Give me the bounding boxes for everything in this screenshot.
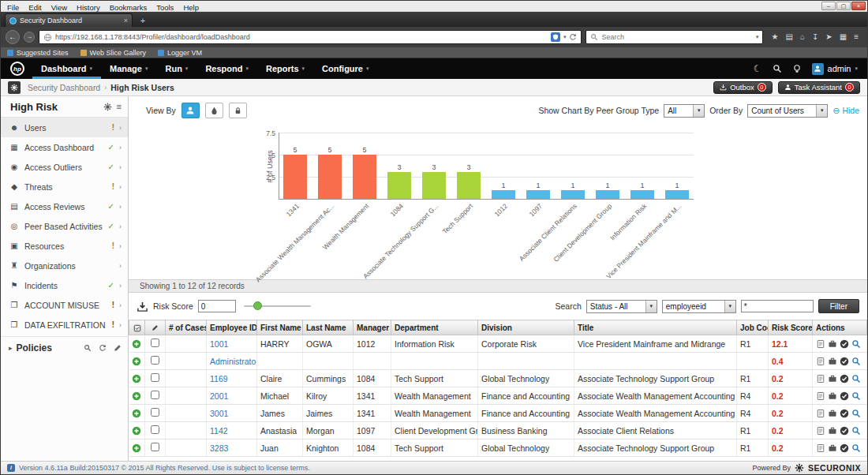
employee-id-link[interactable]: 3001 [207, 405, 257, 422]
hp-logo[interactable]: hp [10, 62, 24, 76]
employee-id-link[interactable]: 1169 [207, 370, 257, 387]
expand-row-plus-icon[interactable] [132, 443, 141, 453]
complete-check-icon[interactable] [840, 357, 849, 366]
row-checkbox[interactable] [151, 425, 159, 434]
row-checkbox[interactable] [151, 338, 159, 347]
investigate-search-icon[interactable] [851, 391, 861, 401]
bar-group[interactable]: 3 Associate Technology Support G... [422, 133, 446, 199]
view-by-users-button[interactable] [181, 103, 200, 118]
assign-case-icon[interactable] [828, 391, 837, 401]
addons-icon[interactable]: ▦ [840, 33, 847, 41]
sidebar-item[interactable]: ▤ Access Reviews ✓ › [1, 196, 128, 216]
case-file-icon[interactable] [816, 443, 825, 453]
sidebar-item[interactable]: ◉ Access Outliers ✓ › [1, 157, 128, 177]
bar-group[interactable]: 1 Client Development Group [596, 133, 619, 199]
extension-icon[interactable] [551, 32, 560, 42]
complete-check-icon[interactable] [840, 443, 849, 453]
home-icon[interactable]: ⌂ [800, 33, 805, 41]
employee-id-link[interactable]: 2001 [207, 387, 257, 405]
table-row[interactable]: 3001 James Jaimes 1341 Wealth Management… [129, 405, 867, 422]
tab-close-icon[interactable]: × [124, 17, 128, 24]
table-row[interactable]: Administrator 0.4 [129, 353, 867, 370]
case-file-icon[interactable] [816, 374, 825, 383]
bar-group[interactable]: 5 1341 [283, 133, 307, 199]
policies-refresh-icon[interactable] [99, 344, 107, 352]
expand-row-plus-icon[interactable] [132, 391, 141, 401]
sidebar-item[interactable]: ◆ Threats ! › [1, 177, 128, 196]
app-nav-item[interactable]: Run ▾ [156, 58, 196, 79]
menu-hamburger-icon[interactable]: ≡ [854, 33, 859, 41]
search-field-select[interactable]: employeeid ▾ [662, 300, 736, 313]
sidebar-item[interactable]: ◎ Peer Based Activities ✓ › [1, 216, 128, 236]
app-nav-item[interactable]: Manage ▾ [101, 58, 156, 79]
global-search-icon[interactable] [773, 64, 782, 73]
table-row[interactable]: 1001 HARRY OGWA 1012 Information Risk Co… [129, 335, 867, 353]
bar[interactable] [457, 172, 481, 199]
app-nav-item[interactable]: Respond ▾ [196, 58, 257, 79]
col-header-job-code[interactable]: Job Code [737, 320, 769, 335]
view-by-resources-button[interactable] [205, 103, 223, 118]
table-row[interactable]: 1142 Anastasia Morgan 1097 Client Develo… [129, 422, 867, 439]
app-nav-item[interactable]: Reports ▾ [257, 58, 313, 79]
theme-moon-icon[interactable]: ☾ [754, 64, 762, 73]
expand-row-plus-icon[interactable] [132, 374, 141, 383]
case-file-icon[interactable] [816, 357, 825, 366]
reload-icon[interactable] [569, 33, 577, 41]
maximize-button[interactable]: ▢ [836, 2, 851, 10]
bar-group[interactable]: 1 1012 [492, 133, 515, 199]
app-nav-item[interactable]: Configure ▾ [313, 58, 377, 79]
info-icon[interactable]: i [7, 464, 15, 472]
url-text[interactable]: https://192.168.1.178:8443/Profiler/dash… [55, 33, 548, 41]
bar-group[interactable]: 1 1097 [526, 133, 550, 199]
investigate-search-icon[interactable] [851, 339, 861, 349]
col-header-employee-id[interactable]: Employee ID [207, 320, 257, 335]
bar[interactable] [665, 190, 689, 199]
employee-id-link[interactable]: 1001 [207, 335, 257, 353]
risk-score-input[interactable] [198, 300, 236, 312]
breadcrumb-root[interactable]: Security Dashboard [28, 83, 100, 92]
bar[interactable] [353, 155, 376, 199]
url-bar[interactable]: https://192.168.1.178:8443/Profiler/dash… [39, 30, 582, 44]
row-checkbox[interactable] [151, 391, 159, 399]
bar[interactable] [387, 172, 411, 199]
col-header-department[interactable]: Department [391, 320, 478, 335]
browser-search-bar[interactable]: ▾ [586, 30, 763, 44]
bar-group[interactable]: 3 1084 [387, 133, 411, 199]
minimize-button[interactable]: – [821, 2, 836, 10]
complete-check-icon[interactable] [840, 374, 849, 383]
forward-button[interactable]: → [24, 32, 35, 43]
order-by-select[interactable]: Count of Users ▾ [747, 104, 828, 118]
browser-menu-item[interactable]: View [47, 3, 72, 12]
table-row[interactable]: 2001 Michael Kilroy 1341 Wealth Manageme… [129, 387, 867, 405]
dashboard-gear-icon[interactable] [8, 81, 21, 94]
slider-knob[interactable] [253, 301, 262, 310]
row-checkbox[interactable] [151, 408, 159, 417]
reading-list-icon[interactable]: ▤ [785, 33, 792, 41]
select-all-checkbox-icon[interactable] [133, 324, 141, 332]
assign-case-icon[interactable] [828, 409, 837, 418]
bar[interactable] [526, 190, 550, 199]
back-button[interactable]: ← [6, 30, 20, 44]
bar[interactable] [630, 190, 654, 199]
expand-row-plus-icon[interactable] [132, 339, 141, 349]
table-row[interactable]: 1169 Claire Cummings 1084 Tech Support G… [129, 370, 867, 387]
sidebar-menu-hamburger-icon[interactable]: ≡ [117, 103, 122, 111]
row-checkbox[interactable] [151, 356, 159, 365]
view-by-access-button[interactable] [229, 103, 247, 118]
share-icon[interactable]: ➤ [825, 33, 832, 41]
new-tab-button[interactable]: + [135, 15, 151, 27]
row-checkbox[interactable] [151, 373, 159, 382]
sidebar-item[interactable]: ▦ Access Dashboard ✓ › [1, 137, 128, 157]
complete-check-icon[interactable] [840, 409, 849, 418]
browser-tab[interactable]: Security Dashboard × [5, 13, 133, 27]
bar[interactable] [596, 190, 619, 199]
col-header-cases[interactable]: # of Cases [166, 320, 207, 335]
investigate-search-icon[interactable] [851, 426, 861, 436]
downloads-icon[interactable]: ↧ [812, 33, 818, 41]
search-query-input[interactable] [741, 300, 814, 312]
sidebar-item[interactable]: ☻ Users ! › [1, 118, 128, 137]
status-select[interactable]: Status - All ▾ [586, 300, 657, 313]
policies-edit-pencil-icon[interactable] [114, 344, 122, 352]
sidebar-item[interactable]: ♜ Organizations › [1, 256, 128, 275]
sidebar-item[interactable]: ❒ DATA EXFILTRATION ! › [1, 315, 128, 335]
